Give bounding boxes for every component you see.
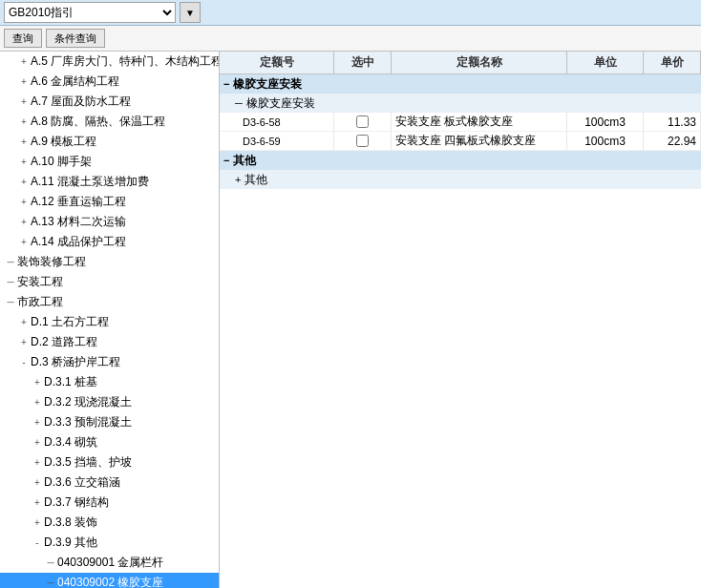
tree-item-a7[interactable]: +A.7 屋面及防水工程 [0, 92, 219, 112]
tree-item-label: D.3.3 预制混凝土 [44, 415, 132, 429]
dropdown-arrow[interactable]: ▼ [180, 2, 201, 23]
tree-expand-icon[interactable]: + [31, 474, 44, 492]
tree-item-d31[interactable]: +D.3.1 桩基 [0, 372, 219, 392]
row-price: 22.94 [644, 132, 701, 150]
tree-item-d2[interactable]: +D.2 道路工程 [0, 332, 219, 352]
sub-section-expand-icon[interactable]: ─ [235, 97, 243, 109]
left-panel: +A.5 厂库房大门、特种门、木结构工程+A.6 金属结构工程+A.7 屋面及防… [0, 52, 220, 588]
tree-item-d34[interactable]: +D.3.4 砌筑 [0, 432, 219, 452]
tree-item-label: D.1 土石方工程 [31, 315, 109, 328]
tree-item-a14[interactable]: +A.14 成品保护工程 [0, 232, 219, 252]
section-expand-icon[interactable]: − [223, 78, 229, 90]
tree-item-d39[interactable]: -D.3.9 其他 [0, 533, 219, 553]
section-title: 其他 [233, 153, 256, 169]
tree-expand-icon[interactable]: + [31, 394, 44, 411]
sub-section-header[interactable]: + 其他 [220, 170, 701, 189]
tree-item-label: A.13 材料二次运输 [31, 215, 126, 228]
tree-expand-icon[interactable]: + [17, 154, 31, 171]
tree-leaf-icon: ─ [4, 254, 17, 271]
sub-section-label: + 其他 [220, 172, 701, 188]
tree-item-label: A.11 混凝土泵送增加费 [31, 175, 149, 188]
row-code: D3-6-58 [220, 113, 334, 131]
tree-expand-icon[interactable]: + [31, 494, 44, 512]
tree-item-a9[interactable]: +A.9 模板工程 [0, 132, 219, 152]
tree-item-d3[interactable]: -D.3 桥涵护岸工程 [0, 352, 219, 372]
tree-item-label: D.3.7 钢结构 [44, 495, 109, 509]
row-name: 安装支座 四氟板式橡胶支座 [392, 132, 567, 150]
row-checkbox[interactable] [356, 135, 369, 147]
tree-item-szgc[interactable]: ─市政工程 [0, 292, 219, 312]
tree-expand-icon[interactable]: - [31, 535, 44, 552]
tree-expand-icon[interactable]: + [31, 414, 44, 431]
tree-item-a12[interactable]: +A.12 垂直运输工程 [0, 192, 219, 212]
tree-item-d36[interactable]: +D.3.6 立交箱涵 [0, 472, 219, 493]
tree-expand-icon[interactable]: + [17, 314, 31, 331]
row-checkbox[interactable] [356, 116, 369, 128]
tree-item-d35[interactable]: +D.3.5 挡墙、护坡 [0, 452, 219, 472]
table-row: D3-6-59 安装支座 四氟板式橡胶支座 100cm3 22.94 [220, 132, 701, 151]
tree-item-d1[interactable]: +D.1 土石方工程 [0, 312, 219, 332]
tree-expand-icon[interactable]: + [17, 234, 31, 251]
row-checkbox-cell[interactable] [334, 132, 392, 150]
condition-query-button[interactable]: 条件查询 [46, 29, 105, 48]
guide-select[interactable]: GB2010指引 [4, 2, 176, 23]
tree-item-d37[interactable]: +D.3.7 钢结构 [0, 493, 219, 513]
tree-item-a6[interactable]: +A.6 金属结构工程 [0, 72, 219, 92]
tree-item-a10[interactable]: +A.10 脚手架 [0, 152, 219, 172]
col-header-price: 单价 [644, 52, 701, 74]
section-title: 橡胶支座安装 [233, 76, 302, 93]
tree-expand-icon[interactable]: + [17, 194, 31, 211]
sub-section-header[interactable]: ─ 橡胶支座安装 [220, 94, 701, 113]
tree-item-a13[interactable]: +A.13 材料二次运输 [0, 212, 219, 232]
tree-expand-icon[interactable]: + [31, 514, 44, 532]
tree-expand-icon[interactable]: + [17, 74, 31, 91]
tree-expand-icon[interactable]: + [17, 134, 31, 151]
tree-item-a5[interactable]: +A.5 厂库房大门、特种门、木结构工程 [0, 52, 219, 72]
tree-leaf-icon: ─ [44, 575, 57, 588]
table-body: − 橡胶支座安装 ─ 橡胶支座安装 D3-6-58 安装支座 板式橡胶支座 10… [220, 74, 701, 588]
tree-item-azgc[interactable]: ─安装工程 [0, 272, 219, 292]
query-button[interactable]: 查询 [4, 29, 42, 48]
tree-item-a11[interactable]: +A.11 混凝土泵送增加费 [0, 172, 219, 192]
tree-item-label: A.6 金属结构工程 [31, 74, 119, 88]
row-price: 11.33 [644, 113, 701, 131]
right-panel: 定额号 选中 定额名称 单位 单价 − 橡胶支座安装 ─ 橡胶支座安装 D3-6… [220, 52, 701, 588]
row-unit: 100cm3 [567, 132, 644, 150]
tree-item-label: A.12 垂直运输工程 [31, 195, 126, 208]
section-header[interactable]: − 橡胶支座安装 [220, 74, 701, 94]
tree-expand-icon[interactable]: + [31, 434, 44, 452]
tree-expand-icon[interactable]: + [17, 214, 31, 231]
row-unit: 100cm3 [567, 113, 644, 131]
tree-expand-icon[interactable]: + [17, 174, 31, 191]
tree-leaf-icon: ─ [44, 555, 57, 572]
tree-item-d39_1[interactable]: ─040309001 金属栏杆 [0, 553, 219, 573]
tree-expand-icon[interactable]: + [31, 454, 44, 472]
section-label: − 其他 [220, 153, 701, 169]
tree-item-zsxz[interactable]: ─装饰装修工程 [0, 252, 219, 272]
tree-item-d32[interactable]: +D.3.2 现浇混凝土 [0, 392, 219, 412]
tree-item-label: A.14 成品保护工程 [31, 235, 126, 248]
tree-expand-icon[interactable]: - [17, 354, 31, 371]
tree-item-label: 040309002 橡胶支座 [57, 576, 163, 588]
sub-expand-icon[interactable]: + [235, 174, 241, 185]
table-header: 定额号 选中 定额名称 单位 单价 [220, 52, 701, 74]
tree-expand-icon[interactable]: + [17, 53, 31, 71]
tree-item-label: D.3.4 砌筑 [44, 435, 97, 449]
tree-item-label: A.9 模板工程 [31, 135, 96, 148]
tree-item-d38[interactable]: +D.3.8 装饰 [0, 513, 219, 533]
tree-expand-icon[interactable]: + [31, 374, 44, 391]
tree-item-label: D.3.9 其他 [44, 536, 97, 549]
tree-item-label: D.3.8 装饰 [44, 515, 97, 529]
col-header-select: 选中 [334, 52, 392, 74]
section-header[interactable]: − 其他 [220, 151, 701, 170]
tree-expand-icon[interactable]: + [17, 94, 31, 111]
section-expand-icon[interactable]: − [223, 155, 229, 166]
tree-item-d33[interactable]: +D.3.3 预制混凝土 [0, 412, 219, 432]
tree-expand-icon[interactable]: + [17, 114, 31, 131]
col-header-code: 定额号 [220, 52, 334, 74]
tree-leaf-icon: ─ [4, 274, 17, 291]
tree-expand-icon[interactable]: + [17, 334, 31, 351]
row-checkbox-cell[interactable] [334, 113, 392, 131]
tree-item-a8[interactable]: +A.8 防腐、隔热、保温工程 [0, 112, 219, 132]
tree-item-d39_2[interactable]: ─040309002 橡胶支座 [0, 573, 219, 588]
